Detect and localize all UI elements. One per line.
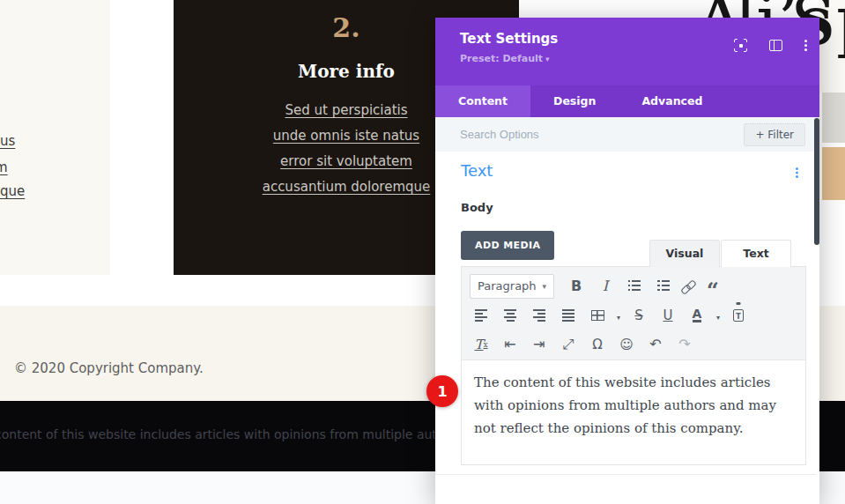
page-tan-block	[822, 147, 845, 200]
search-input[interactable]	[460, 128, 744, 141]
cutoff-link-3[interactable]: que	[0, 183, 25, 199]
paragraph-dropdown[interactable]: Paragraph▾	[470, 274, 554, 299]
modal-header-actions	[734, 39, 807, 52]
align-right-icon[interactable]	[528, 304, 551, 327]
page-left-section	[0, 0, 110, 275]
align-left-icon[interactable]	[470, 304, 493, 327]
kebab-menu-icon[interactable]	[804, 40, 807, 42]
cutoff-link-2[interactable]: m	[0, 159, 8, 175]
underline-icon[interactable]: U	[656, 304, 679, 327]
editor-tab-text[interactable]: Text	[721, 240, 791, 267]
editor-tab-visual[interactable]: Visual	[649, 240, 720, 267]
cutoff-link-1[interactable]: us	[0, 133, 15, 149]
table-dropdown-icon[interactable]: ▾	[617, 314, 620, 322]
modal-scrollbar[interactable]	[814, 118, 819, 245]
bold-icon[interactable]: B	[565, 275, 588, 298]
toolbar-row-3: Tx ⇤ ⇥ ⤢ Ω ☺ ↶ ↷	[470, 330, 797, 359]
tab-advanced[interactable]: Advanced	[619, 85, 725, 117]
strikethrough-icon[interactable]: S	[627, 304, 650, 327]
modal-tab-bar: Content Design Advanced	[435, 85, 819, 117]
focus-scan-icon[interactable]	[734, 39, 747, 52]
blockquote-icon[interactable]: “	[701, 275, 724, 298]
text-color-icon[interactable]: A	[686, 304, 708, 327]
page-gray-block	[822, 93, 845, 143]
filter-button[interactable]: + Filter	[744, 123, 805, 146]
annotation-badge-1: 1	[426, 375, 458, 407]
text-settings-modal: Text Settings Preset: Default▾ Content D…	[435, 18, 819, 504]
tab-content[interactable]: Content	[435, 85, 530, 117]
screen: us m que A li’s Sp 2. More info Sed ut p…	[0, 0, 845, 504]
outdent-icon[interactable]: ⇤	[499, 333, 522, 356]
justify-icon[interactable]	[557, 304, 580, 327]
chevron-down-icon: ▾	[542, 282, 546, 291]
rich-text-editor: Paragraph▾ B I “ ▾ S U A	[461, 266, 806, 465]
indent-icon[interactable]: ⇥	[528, 333, 551, 356]
panel-layout-icon[interactable]	[769, 40, 782, 51]
preset-dropdown[interactable]: Preset: Default▾	[460, 53, 550, 64]
chevron-down-icon: ▾	[545, 55, 550, 63]
paste-as-text-icon[interactable]	[727, 304, 750, 327]
disclaimer-text: content of this website includes article…	[0, 427, 463, 441]
special-character-icon[interactable]: Ω	[586, 333, 609, 356]
fullscreen-icon[interactable]: ⤢	[557, 333, 580, 356]
search-row: + Filter	[435, 117, 819, 152]
section-kebab-menu-icon[interactable]	[796, 167, 798, 170]
body-field-label: Body	[461, 201, 493, 214]
table-icon[interactable]	[586, 304, 609, 327]
undo-icon[interactable]: ↶	[644, 333, 667, 356]
toolbar-row-1: Paragraph▾ B I “	[470, 271, 797, 300]
toolbar-row-2: ▾ S U A ▾	[470, 300, 797, 330]
italic-icon[interactable]: I	[594, 275, 617, 298]
insert-link-icon[interactable]	[681, 279, 695, 293]
numbered-list-icon[interactable]	[652, 275, 675, 298]
section-title-text: Text	[461, 161, 493, 180]
add-media-button[interactable]: ADD MEDIA	[461, 231, 554, 260]
redo-icon[interactable]: ↷	[673, 333, 696, 356]
modal-header: Text Settings Preset: Default▾	[435, 18, 819, 85]
tab-design[interactable]: Design	[530, 85, 619, 117]
copyright-text: © 2020 Copyright Company.	[14, 360, 204, 376]
text-color-dropdown-icon[interactable]: ▾	[716, 314, 720, 322]
section-divider	[435, 474, 816, 475]
align-center-icon[interactable]	[499, 304, 522, 327]
bulleted-list-icon[interactable]	[623, 275, 646, 298]
clear-formatting-icon[interactable]: Tx	[470, 333, 493, 356]
emoticons-icon[interactable]: ☺	[615, 333, 638, 356]
editor-content-area[interactable]: The content of this website includes art…	[462, 360, 805, 450]
editor-toolbar: Paragraph▾ B I “ ▾ S U A	[462, 267, 805, 360]
